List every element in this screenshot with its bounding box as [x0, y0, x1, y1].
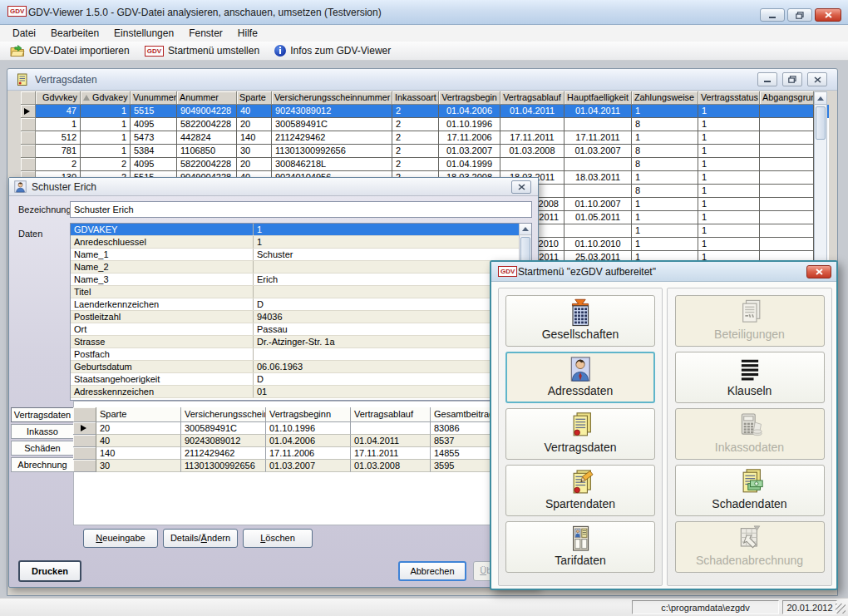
- data-field-row[interactable]: Name_3 Erich: [71, 274, 520, 286]
- startmenu-toggle-button[interactable]: GDV Startmenü umstellen: [140, 44, 264, 57]
- startmenu-button[interactable]: Inkassodaten: [675, 408, 825, 460]
- detail-tab[interactable]: Inkasso: [11, 424, 74, 439]
- scroll-up-button[interactable]: [815, 92, 826, 105]
- data-field-row[interactable]: Staatsangehoerigkeit D: [71, 373, 520, 386]
- row-selector[interactable]: [21, 131, 36, 145]
- detail-tab[interactable]: Schäden: [11, 441, 74, 456]
- menu-item[interactable]: Bearbeiten: [43, 26, 106, 41]
- bezeichnung-input[interactable]: Schuster Erich: [70, 201, 532, 218]
- table-row[interactable]: 512 1 5473 442824 140 2112429462 2 17.11…: [21, 131, 829, 145]
- col-header-versicherungsscheinnummer[interactable]: Versicherungsscheinnummer: [272, 91, 392, 105]
- data-field-row[interactable]: Anredeschluessel 1: [71, 236, 520, 249]
- data-field-row[interactable]: Name_1 Schuster: [71, 249, 520, 261]
- gdv-logo-icon: GDV: [145, 46, 164, 57]
- startmenu-close-button[interactable]: [806, 265, 831, 278]
- col-header-abgangsgrund[interactable]: Abgangsgrund: [760, 91, 814, 105]
- col-header-anummer[interactable]: Anummer: [177, 91, 237, 105]
- col-header-vunummer[interactable]: Vunummer: [131, 91, 177, 105]
- row-selector[interactable]: [21, 118, 36, 131]
- startmenu-button[interactable]: Gesellschaften: [505, 295, 655, 347]
- data-field-row[interactable]: Adresskennzeichen 01: [71, 386, 520, 398]
- row-selector[interactable]: [73, 435, 96, 447]
- scrollbar-thumb[interactable]: [816, 106, 826, 140]
- data-field-row[interactable]: Name_2: [71, 261, 520, 274]
- detail-tab[interactable]: Vertragsdaten: [11, 407, 74, 422]
- detail-tab[interactable]: Abrechnung: [11, 457, 74, 472]
- dialog-titlebar[interactable]: Schuster Erich: [9, 178, 538, 196]
- row-selector[interactable]: [21, 145, 36, 158]
- col-header-gdvvkey[interactable]: Gdvvkey: [36, 91, 81, 105]
- scroll-up-button[interactable]: [520, 224, 531, 235]
- menu-item[interactable]: Einstellungen: [106, 26, 181, 41]
- col-header-vertragsablauf[interactable]: Vertragsablauf: [500, 91, 565, 105]
- row-selector[interactable]: [73, 447, 96, 460]
- new-entry-button[interactable]: Neueingabe: [83, 529, 158, 548]
- col-header-vertragsstatus[interactable]: Vertragsstatus: [698, 91, 760, 105]
- contract-pencil-icon: [506, 467, 654, 497]
- startmenu-button[interactable]: Beteiligungen: [675, 295, 825, 347]
- data-field-row[interactable]: Ort Passau: [71, 323, 520, 336]
- info-button[interactable]: Infos zum GDV-Viewer: [269, 44, 396, 57]
- startmenu-titlebar[interactable]: GDV Startmenü "ezGDV aufbereitet": [491, 262, 836, 282]
- minimize-button[interactable]: [760, 8, 785, 22]
- print-button[interactable]: Drucken: [18, 560, 81, 582]
- row-selector[interactable]: [21, 105, 36, 118]
- menu-item[interactable]: Fenster: [181, 26, 230, 41]
- cancel-button[interactable]: Abbrechen: [398, 561, 466, 581]
- vertragsdaten-titlebar[interactable]: Vertragsdaten: [7, 69, 837, 91]
- startmenu-button[interactable]: Schadenabrechnung: [675, 521, 825, 573]
- subcol-header-versicherungsscheinnummer[interactable]: Versicherungsscheinnummer: [181, 407, 266, 422]
- startmenu-button[interactable]: Tarifdaten: [505, 521, 655, 573]
- close-icon: [816, 269, 823, 275]
- startmenu-button[interactable]: Spartendaten: [505, 465, 655, 516]
- col-header-gdvakey[interactable]: Gdvakey: [81, 91, 131, 105]
- cell-gdvakey: 1: [81, 145, 131, 158]
- subcol-header-vertragsbeginn[interactable]: Vertragsbeginn: [266, 407, 351, 422]
- data-field-row[interactable]: GDVAKEY 1: [71, 224, 520, 236]
- startmenu-button[interactable]: Vertragsdaten: [505, 408, 655, 460]
- child-minimize-button[interactable]: [757, 72, 777, 86]
- dialog-close-button[interactable]: [511, 180, 531, 194]
- subtable-row[interactable]: 30 11301300992656 01.03.2007 01.03.2008 …: [73, 460, 530, 472]
- table-row[interactable]: 1 1 4095 5822004228 20 300589491C 2 01.1…: [21, 118, 829, 131]
- resize-grip[interactable]: [836, 604, 846, 614]
- startmenu-button[interactable]: Klauseln: [675, 352, 825, 403]
- startmenu-button[interactable]: Adressdaten: [505, 352, 655, 403]
- row-selector[interactable]: [73, 460, 96, 472]
- field-key: Name_2: [71, 261, 254, 273]
- col-header-hauptfaelligkeit[interactable]: Hauptfaelligkeit: [565, 91, 632, 105]
- table-row[interactable]: 781 1 5384 1106850 30 11301300992656 2 0…: [21, 145, 829, 158]
- main-titlebar[interactable]: GDV GDV-Viewer 1.5.0 - GDV-Datei analysi…: [0, 0, 848, 25]
- menu-item[interactable]: Hilfe: [230, 26, 265, 41]
- data-field-row[interactable]: Laenderkennzeichen D: [71, 298, 520, 311]
- col-header-vertragsbegin[interactable]: Vertragsbegin: [439, 91, 500, 105]
- delete-button[interactable]: Löschen: [243, 529, 313, 548]
- subtable-row[interactable]: 20 300589491C 01.10.1996 83086: [73, 422, 530, 435]
- row-selector[interactable]: [73, 422, 96, 435]
- row-selector[interactable]: [21, 158, 36, 171]
- details-edit-button[interactable]: Details/Ändern: [163, 529, 238, 548]
- subcol-header-vertragsablauf[interactable]: Vertragsablauf: [351, 407, 431, 422]
- data-field-row[interactable]: Titel: [71, 286, 520, 298]
- vertical-scrollbar[interactable]: [814, 91, 827, 264]
- menu-item[interactable]: Datei: [5, 26, 43, 41]
- startmenu-button[interactable]: Schadendaten: [675, 465, 825, 516]
- child-restore-button[interactable]: [782, 72, 802, 86]
- data-field-row[interactable]: Strasse Dr.-Atzinger-Str. 1a: [71, 336, 520, 348]
- data-field-row[interactable]: Postfach: [71, 348, 520, 361]
- data-field-row[interactable]: Geburtsdatum 06.06.1963: [71, 361, 520, 373]
- subcol-header-sparte[interactable]: Sparte: [96, 407, 181, 422]
- close-button[interactable]: [815, 8, 841, 22]
- col-header-sparte[interactable]: Sparte: [237, 91, 272, 105]
- restore-button[interactable]: [787, 8, 812, 22]
- data-field-row[interactable]: Postleitzahl 94036: [71, 311, 520, 323]
- table-row[interactable]: 2 2 4095 5822004228 20 300846218L 2 01.0…: [21, 158, 829, 171]
- subtable-row[interactable]: 140 2112429462 17.11.2006 17.11.2011 148…: [73, 447, 530, 460]
- child-close-button[interactable]: [807, 72, 827, 86]
- cell-vertragsstatus: 1: [698, 238, 760, 251]
- table-row[interactable]: 47 1 5515 9049004228 40 90243089012 2 01…: [21, 105, 829, 118]
- col-header-zahlungsweise[interactable]: Zahlungsweise: [632, 91, 698, 105]
- import-gdv-button[interactable]: GDV-Datei importieren: [5, 44, 135, 58]
- subtable-row[interactable]: 40 90243089012 01.04.2006 01.04.2011 853…: [73, 435, 530, 447]
- col-header-inkassoart[interactable]: Inkassoart: [392, 91, 439, 105]
